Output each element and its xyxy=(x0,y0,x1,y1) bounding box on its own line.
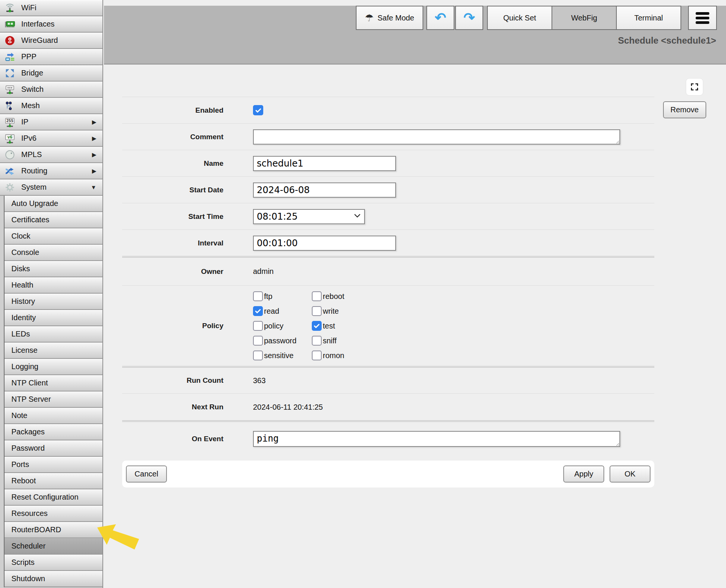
policy-checkbox-reboot[interactable]: reboot xyxy=(312,291,371,301)
sidebar-item-reboot[interactable]: Reboot xyxy=(5,473,102,489)
sidebar-item-label: Clock xyxy=(11,232,30,241)
sidebar-item-clock[interactable]: Clock xyxy=(5,228,102,245)
sidebar-item-mesh[interactable]: Mesh xyxy=(0,98,102,114)
policy-checkbox-password[interactable]: password xyxy=(253,336,312,346)
policy-option-label: test xyxy=(323,322,335,330)
ppp-icon xyxy=(4,51,16,63)
checkbox-unchecked-icon[interactable] xyxy=(312,351,322,360)
sidebar-item-system[interactable]: System▼ xyxy=(0,179,102,196)
checkbox-unchecked-icon[interactable] xyxy=(253,291,263,301)
main-area: ☂ Safe Mode ↶ ↷ Quick Set WebFig Termina… xyxy=(104,0,726,588)
safe-mode-button[interactable]: ☂ Safe Mode xyxy=(356,6,423,30)
fullscreen-button[interactable] xyxy=(686,78,703,96)
owner-label: Owner xyxy=(201,267,253,276)
sidebar-item-shutdown[interactable]: Shutdown xyxy=(5,571,102,587)
sidebar-item-label: Shutdown xyxy=(11,574,45,583)
sidebar-item-resources[interactable]: Resources xyxy=(5,506,102,522)
sidebar-item-label: Password xyxy=(11,444,45,453)
sidebar-item-label: MPLS xyxy=(21,150,42,159)
sidebar-item-logging[interactable]: Logging xyxy=(5,359,102,375)
sidebar-item-packages[interactable]: Packages xyxy=(5,424,102,440)
sidebar-item-ipv6[interactable]: v6IPv6▶ xyxy=(0,130,102,147)
sidebar-item-ports[interactable]: Ports xyxy=(5,457,102,473)
checkbox-checked-icon[interactable] xyxy=(253,306,263,316)
form-row-enabled: Enabled xyxy=(122,97,654,123)
redo-button[interactable]: ↷ xyxy=(455,6,483,30)
tab-webfig[interactable]: WebFig xyxy=(552,6,617,30)
schedule-form: Enabled Comment Name Start Date xyxy=(122,97,654,456)
name-input[interactable] xyxy=(253,156,396,171)
checkbox-unchecked-icon[interactable] xyxy=(253,351,263,360)
sidebar-item-ip[interactable]: 255IP▶ xyxy=(0,114,102,130)
remove-button[interactable]: Remove xyxy=(663,101,706,118)
sidebar-item-scripts[interactable]: Scripts xyxy=(5,555,102,571)
apply-button[interactable]: Apply xyxy=(563,465,604,483)
policy-checkbox-policy[interactable]: policy xyxy=(253,321,312,331)
sidebar-item-routerboard[interactable]: RouterBOARD xyxy=(5,522,102,538)
on-event-input[interactable]: ping xyxy=(253,431,620,447)
sidebar-item-ppp[interactable]: PPP xyxy=(0,49,102,65)
sidebar-item-auto-upgrade[interactable]: Auto Upgrade xyxy=(5,196,102,212)
policy-checkbox-ftp[interactable]: ftp xyxy=(253,291,312,301)
sidebar-item-wireguard[interactable]: WireGuard xyxy=(0,33,102,49)
sidebar-item-ntp-server[interactable]: NTP Server xyxy=(5,391,102,408)
policy-checkbox-write[interactable]: write xyxy=(312,306,371,316)
sidebar-item-license[interactable]: License xyxy=(5,343,102,359)
mesh-icon xyxy=(4,100,16,112)
start-time-select[interactable]: 08:01:25 xyxy=(253,209,365,224)
sidebar-item-health[interactable]: Health xyxy=(5,277,102,294)
sidebar-item-scheduler[interactable]: Scheduler xyxy=(5,538,102,555)
sidebar-item-label: IPv6 xyxy=(21,134,36,143)
sidebar-item-switch[interactable]: Switch xyxy=(0,82,102,98)
policy-option-label: reboot xyxy=(323,292,344,301)
sidebar-item-interfaces[interactable]: Interfaces xyxy=(0,16,102,33)
checkbox-unchecked-icon[interactable] xyxy=(253,336,263,346)
enabled-checkbox[interactable] xyxy=(253,105,263,115)
checkbox-unchecked-icon[interactable] xyxy=(312,306,322,316)
policy-checkbox-sensitive[interactable]: sensitive xyxy=(253,351,312,360)
policy-checkbox-sniff[interactable]: sniff xyxy=(312,336,371,346)
interval-input[interactable] xyxy=(253,236,396,251)
checkbox-unchecked-icon[interactable] xyxy=(312,291,322,301)
cancel-button[interactable]: Cancel xyxy=(126,465,167,483)
comment-input[interactable] xyxy=(253,129,620,145)
page-header: ☂ Safe Mode ↶ ↷ Quick Set WebFig Termina… xyxy=(104,6,726,64)
sidebar-item-ntp-client[interactable]: NTP Client xyxy=(5,375,102,391)
on-event-label: On Event xyxy=(192,435,253,443)
checkbox-unchecked-icon[interactable] xyxy=(253,321,263,331)
checkbox-unchecked-icon[interactable] xyxy=(312,336,322,346)
policy-grid: ftprebootreadwritepolicytestpasswordsnif… xyxy=(253,286,371,366)
sidebar-item-reset-configuration[interactable]: Reset Configuration xyxy=(5,489,102,506)
policy-checkbox-romon[interactable]: romon xyxy=(312,351,371,360)
sidebar-item-label: Auto Upgrade xyxy=(11,199,58,208)
tab-terminal[interactable]: Terminal xyxy=(616,6,681,30)
policy-option-label: read xyxy=(264,307,279,316)
svg-text:255: 255 xyxy=(6,118,14,123)
policy-option-label: sniff xyxy=(323,336,336,345)
policy-checkbox-test[interactable]: test xyxy=(312,321,371,331)
sidebar-item-note[interactable]: Note xyxy=(5,408,102,424)
sidebar-item-label: Ports xyxy=(11,460,29,469)
menu-button[interactable] xyxy=(688,6,717,30)
sidebar-item-disks[interactable]: Disks xyxy=(5,261,102,277)
sidebar-item-wifi[interactable]: WiFi xyxy=(0,0,102,16)
sidebar-item-mpls[interactable]: MPLS▶ xyxy=(0,147,102,163)
sidebar-item-leds[interactable]: LEDs xyxy=(5,326,102,343)
sidebar-item-routing[interactable]: Routing▶ xyxy=(0,163,102,179)
sidebar-item-label: Interfaces xyxy=(21,20,55,28)
start-date-input[interactable] xyxy=(253,182,396,198)
sidebar-item-console[interactable]: Console xyxy=(5,245,102,261)
sidebar-item-identity[interactable]: Identity xyxy=(5,310,102,326)
sidebar-item-history[interactable]: History xyxy=(5,294,102,310)
tab-quick-set[interactable]: Quick Set xyxy=(487,6,552,30)
ok-button[interactable]: OK xyxy=(610,465,651,483)
sidebar-item-label: Logging xyxy=(11,362,38,371)
sidebar-item-certificates[interactable]: Certificates xyxy=(5,212,102,228)
form-row-run-count: Run Count 363 xyxy=(122,366,654,393)
sidebar-item-bridge[interactable]: Bridge xyxy=(0,65,102,82)
sidebar-item-password[interactable]: Password xyxy=(5,440,102,457)
sidebar-item-label: Identity xyxy=(11,313,36,322)
policy-checkbox-read[interactable]: read xyxy=(253,306,312,316)
checkbox-checked-icon[interactable] xyxy=(312,321,322,331)
undo-button[interactable]: ↶ xyxy=(426,6,454,30)
